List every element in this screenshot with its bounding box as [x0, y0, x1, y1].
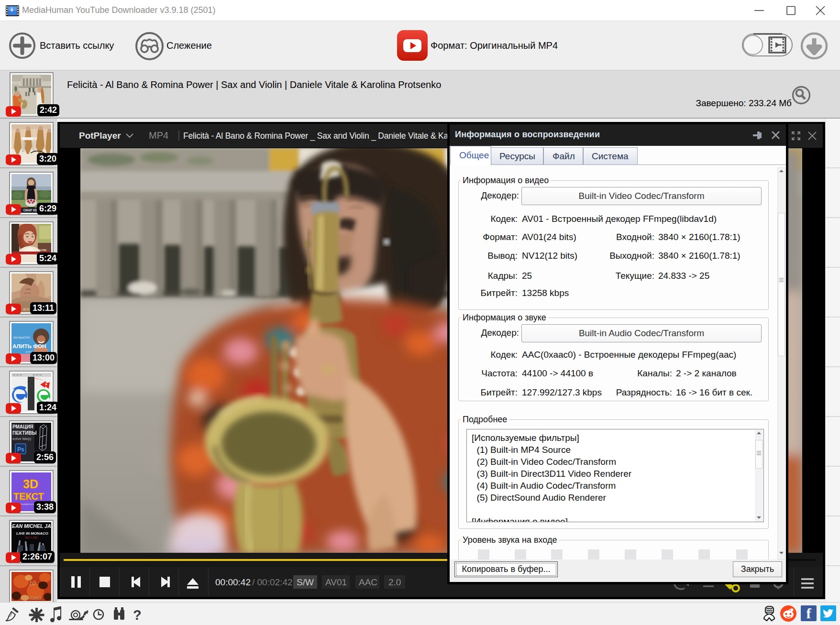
- svg-text:00:00:42: 00:00:42: [215, 577, 251, 587]
- svg-text:Ps: Ps: [17, 446, 24, 453]
- svg-text:РМАЦИЯ: РМАЦИЯ: [12, 424, 33, 429]
- svg-text:LIVE IN MONACO: LIVE IN MONACO: [16, 531, 48, 536]
- svg-text:?: ?: [133, 607, 142, 623]
- svg-text:S/W: S/W: [297, 577, 314, 587]
- svg-text:ЮО БЫСТРО: ЮО БЫСТРО: [13, 336, 30, 339]
- svg-text:2.0: 2.0: [388, 577, 401, 587]
- svg-text:3D: 3D: [23, 477, 38, 491]
- svg-text:ТЕКСТ: ТЕКСТ: [13, 491, 44, 502]
- svg-text:EAN MICHEL JARR: EAN MICHEL JARR: [12, 523, 51, 529]
- svg-text:/ 00:02:42: / 00:02:42: [252, 577, 293, 587]
- svg-text:AAC: AAC: [359, 577, 377, 587]
- svg-text:ПЕКТИВЫ: ПЕКТИВЫ: [12, 430, 37, 436]
- svg-text:лучших: лучших: [22, 594, 42, 601]
- svg-text:СНЯВ: СНЯВ: [38, 249, 47, 252]
- svg-text:ective Warp): ective Warp): [12, 437, 31, 441]
- svg-text:10: 10: [29, 580, 36, 587]
- svg-text:JULY 1, 2011: JULY 1, 2011: [25, 537, 38, 539]
- svg-text:АЛИТЬ ФОН: АЛИТЬ ФОН: [12, 343, 46, 349]
- svg-text:AV01: AV01: [325, 577, 347, 587]
